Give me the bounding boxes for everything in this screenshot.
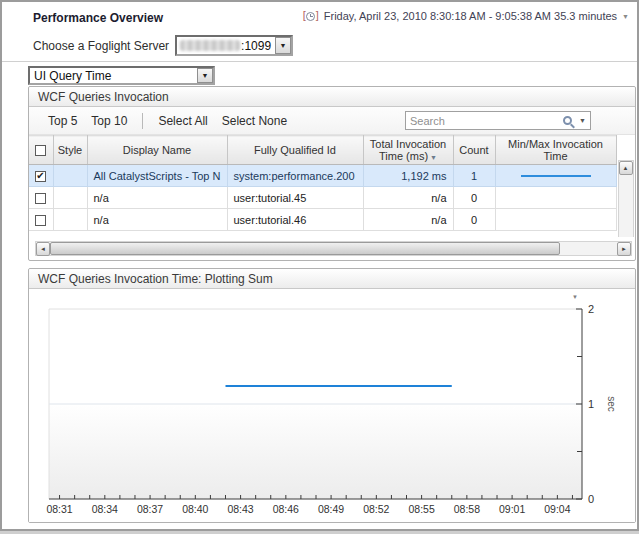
cell-count: 0 xyxy=(453,187,495,209)
svg-text:08:43: 08:43 xyxy=(227,503,253,515)
header-divider xyxy=(2,61,637,62)
cell-display-name: n/a xyxy=(87,187,227,209)
svg-text:08:55: 08:55 xyxy=(408,503,434,515)
chart-panel-title: WCF Queries Invocation Time: Plotting Su… xyxy=(29,269,635,289)
chevron-down-icon[interactable]: ▼ xyxy=(622,13,629,20)
column-fully-qualified-id[interactable]: Fully Qualified Id xyxy=(227,136,363,165)
svg-text:08:34: 08:34 xyxy=(92,503,118,515)
cell-count: 0 xyxy=(453,209,495,231)
horizontal-scrollbar[interactable]: ◄ ► xyxy=(35,241,632,256)
time-series-chart: 012sec08:3108:3408:3708:4008:4308:4608:4… xyxy=(29,289,635,522)
horizontal-scroll-thumb[interactable] xyxy=(50,242,560,255)
svg-text:08:37: 08:37 xyxy=(137,503,163,515)
query-type-dropdown-button[interactable]: ▼ xyxy=(197,68,213,83)
row-checkbox[interactable] xyxy=(35,215,46,226)
select-all-button[interactable]: Select All xyxy=(151,112,214,130)
search-icon[interactable] xyxy=(563,116,572,125)
plotting-sum-panel: WCF Queries Invocation Time: Plotting Su… xyxy=(28,268,636,523)
minmax-sparkline xyxy=(521,175,591,177)
horizontal-scroll-track[interactable] xyxy=(560,242,617,255)
svg-text:0: 0 xyxy=(588,493,594,505)
query-type-select[interactable]: UI Query Time ▼ xyxy=(28,66,215,85)
cell-minmax xyxy=(495,165,616,187)
svg-text:08:52: 08:52 xyxy=(363,503,389,515)
column-style[interactable]: Style xyxy=(53,136,87,165)
clock-icon xyxy=(303,10,319,22)
svg-text:09:04: 09:04 xyxy=(544,503,570,515)
cell-total-invocation-time: n/a xyxy=(363,187,453,209)
search-box[interactable]: ▼ xyxy=(405,111,591,130)
select-none-button[interactable]: Select None xyxy=(215,112,294,130)
server-label: Choose a Foglight Server xyxy=(33,39,169,53)
table-row[interactable]: n/auser:tutorial.46n/a0 xyxy=(29,209,616,231)
sort-desc-icon: ▼ xyxy=(430,154,437,161)
svg-text:08:46: 08:46 xyxy=(273,503,299,515)
cell-display-name: All CatalystScripts - Top N xyxy=(87,165,227,187)
svg-text:08:49: 08:49 xyxy=(318,503,344,515)
scroll-left-button[interactable]: ◄ xyxy=(36,242,50,256)
table-header-row: Style Display Name Fully Qualified Id To… xyxy=(29,136,616,165)
svg-text:09:01: 09:01 xyxy=(499,503,525,515)
column-display-name[interactable]: Display Name xyxy=(87,136,227,165)
server-select-dropdown-button[interactable]: ▼ xyxy=(275,37,291,54)
table-cell xyxy=(29,187,53,209)
wcf-queries-invocation-panel: WCF Queries Invocation Top 5 Top 10 Sele… xyxy=(28,86,636,261)
svg-text:2: 2 xyxy=(588,303,594,315)
search-options-caret-icon[interactable]: ▼ xyxy=(579,117,586,124)
queries-table: Style Display Name Fully Qualified Id To… xyxy=(29,135,617,231)
cell-fully-qualified-id: user:tutorial.45 xyxy=(227,187,363,209)
cell-fully-qualified-id: system:performance.200 xyxy=(227,165,363,187)
server-select[interactable]: :1099 ▼ xyxy=(175,35,293,56)
top5-button[interactable]: Top 5 xyxy=(41,112,84,130)
toolbar-divider xyxy=(142,113,143,129)
svg-text:08:31: 08:31 xyxy=(46,503,72,515)
table-cell xyxy=(29,209,53,231)
server-port: :1099 xyxy=(241,39,271,53)
header-checkbox-cell[interactable] xyxy=(29,136,53,165)
svg-text:1: 1 xyxy=(588,398,594,410)
column-count[interactable]: Count xyxy=(453,136,495,165)
scroll-up-button[interactable]: ▲ xyxy=(619,161,633,175)
column-total-invocation-time[interactable]: Total Invocation Time (ms)▼ xyxy=(363,136,453,165)
vertical-scrollbar[interactable]: ▲ ▼ xyxy=(618,160,634,237)
top-header: Performance Overview Friday, April 23, 2… xyxy=(2,2,637,32)
cell-total-invocation-time: 1,192 ms xyxy=(363,165,453,187)
redacted-server-name xyxy=(180,40,240,51)
page-title: Performance Overview xyxy=(33,11,163,25)
cell-total-invocation-time: n/a xyxy=(363,209,453,231)
cell-minmax xyxy=(495,209,616,231)
cell-minmax xyxy=(495,187,616,209)
svg-text:08:58: 08:58 xyxy=(454,503,480,515)
table-cell xyxy=(53,209,87,231)
vertical-scroll-track[interactable] xyxy=(619,175,633,237)
top10-button[interactable]: Top 10 xyxy=(84,112,134,130)
table-cell xyxy=(53,165,87,187)
cell-display-name: n/a xyxy=(87,209,227,231)
table-cell xyxy=(29,165,53,187)
cell-count: 1 xyxy=(453,165,495,187)
table-row[interactable]: n/auser:tutorial.45n/a0 xyxy=(29,187,616,209)
query-type-value: UI Query Time xyxy=(34,69,111,83)
table-area: Style Display Name Fully Qualified Id To… xyxy=(29,135,635,237)
table-row[interactable]: All CatalystScripts - Top Nsystem:perfor… xyxy=(29,165,616,187)
table-toolbar: Top 5 Top 10 Select All Select None ▼ xyxy=(29,107,635,135)
performance-overview-window: Performance Overview Friday, April 23, 2… xyxy=(0,0,639,531)
table-cell xyxy=(53,187,87,209)
search-input[interactable] xyxy=(406,115,563,127)
cell-fully-qualified-id: user:tutorial.46 xyxy=(227,209,363,231)
row-checkbox[interactable] xyxy=(35,171,46,182)
column-minmax[interactable]: Min/Max Invocation Time xyxy=(495,136,616,165)
chart-area: ▼ 012sec08:3108:3408:3708:4008:4308:4608… xyxy=(29,289,635,522)
svg-text:sec: sec xyxy=(606,396,617,412)
scroll-right-button[interactable]: ► xyxy=(617,242,631,256)
row-checkbox[interactable] xyxy=(35,193,46,204)
time-range-selector[interactable]: Friday, April 23, 2010 8:30:18 AM - 9:05… xyxy=(303,10,629,22)
server-row: Choose a Foglight Server :1099 ▼ xyxy=(33,35,293,56)
select-all-checkbox[interactable] xyxy=(35,145,46,156)
time-range-text: Friday, April 23, 2010 8:30:18 AM - 9:05… xyxy=(324,10,617,22)
table-panel-title: WCF Queries Invocation xyxy=(29,87,635,107)
svg-text:08:40: 08:40 xyxy=(182,503,208,515)
